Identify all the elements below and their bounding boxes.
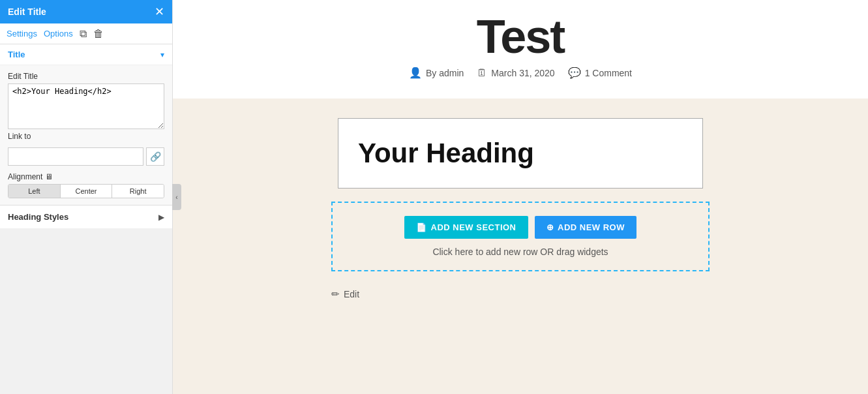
add-buttons-row: 📄 ADD NEW SECTION ⊕ ADD NEW ROW (404, 216, 636, 239)
panel-title: Edit Title (8, 7, 46, 17)
link-icon-button[interactable]: 🔗 (146, 147, 164, 166)
add-row-label: ADD NEW ROW (558, 222, 625, 232)
add-new-row-button[interactable]: ⊕ ADD NEW ROW (535, 216, 637, 239)
link-icon: 🔗 (150, 151, 161, 162)
panel-header: Edit Title ✕ (0, 0, 172, 23)
title-section: Title ▾ Edit Title Link to 🔗 (0, 44, 172, 205)
post-title: Test (477, 13, 565, 60)
heading-styles-arrow: ▶ (158, 213, 164, 222)
link-input[interactable] (8, 147, 143, 166)
heading-styles-section[interactable]: Heading Styles ▶ (0, 205, 172, 228)
add-row-icon: ⊕ (546, 222, 554, 232)
align-right-button[interactable]: Right (112, 185, 164, 198)
comments-text: 1 Comment (585, 68, 632, 78)
edit-btn-row: ✏ Edit (331, 284, 710, 304)
align-center-button[interactable]: Center (61, 185, 113, 198)
copy-icon-button[interactable]: ⧉ (80, 28, 87, 40)
alignment-label: Alignment 🖥 (8, 172, 164, 181)
collapse-arrow-icon: ‹ (175, 194, 177, 201)
post-meta: 👤 By admin 🗓 March 31, 2020 💬 1 Comment (409, 67, 632, 79)
settings-tab[interactable]: Settings (7, 27, 37, 40)
add-section-icon: 📄 (416, 222, 427, 232)
options-tab[interactable]: Options (44, 27, 73, 40)
close-button[interactable]: ✕ (155, 6, 164, 18)
add-new-section-button[interactable]: 📄 ADD NEW SECTION (404, 216, 528, 239)
author-icon: 👤 (409, 67, 422, 79)
edit-label[interactable]: Edit (344, 289, 359, 299)
date-meta: 🗓 March 31, 2020 (477, 67, 554, 79)
panel-tabs: Settings Options ⧉ 🗑 (0, 23, 172, 44)
comment-icon: 💬 (568, 67, 581, 79)
edit-title-label: Edit Title (8, 72, 164, 81)
date-text: March 31, 2020 (491, 68, 554, 78)
left-panel: Edit Title ✕ Settings Options ⧉ 🗑 Title … (0, 0, 173, 394)
add-hint: Click here to add new row OR drag widget… (432, 247, 608, 257)
alignment-text: Alignment (8, 172, 42, 181)
author-meta: 👤 By admin (409, 67, 464, 79)
alignment-row: Alignment 🖥 Left Center Right (8, 172, 164, 198)
link-field-wrapper: Link to 🔗 (8, 132, 164, 166)
alignment-buttons: Left Center Right (8, 184, 164, 198)
post-header-area: Test 👤 By admin 🗓 March 31, 2020 💬 1 Com… (173, 0, 868, 98)
edit-icon: ✏ (331, 288, 340, 300)
main-content: Test 👤 By admin 🗓 March 31, 2020 💬 1 Com… (173, 0, 868, 394)
heading-styles-label: Heading Styles (8, 212, 68, 222)
panel-body: Title ▾ Edit Title Link to 🔗 (0, 44, 172, 394)
heading-widget-text: Your Heading (358, 138, 683, 168)
link-label: Link to (8, 132, 164, 141)
comments-meta: 💬 1 Comment (568, 67, 632, 79)
align-left-button[interactable]: Left (8, 185, 61, 198)
add-section-area: 📄 ADD NEW SECTION ⊕ ADD NEW ROW Click he… (331, 202, 710, 271)
title-section-content: Edit Title Link to 🔗 Alignment 🖥 (0, 65, 172, 205)
title-textarea[interactable] (8, 83, 164, 129)
title-section-arrow: ▾ (160, 50, 164, 59)
collapse-handle[interactable]: ‹ (172, 184, 181, 210)
heading-widget[interactable]: Your Heading (338, 118, 703, 189)
calendar-icon: 🗓 (477, 67, 487, 79)
trash-icon-button[interactable]: 🗑 (93, 28, 104, 40)
monitor-icon: 🖥 (45, 172, 53, 181)
title-section-header[interactable]: Title ▾ (0, 44, 172, 65)
add-section-label: ADD NEW SECTION (431, 222, 516, 232)
title-section-label: Title (8, 50, 25, 59)
content-area: Your Heading 📄 ADD NEW SECTION ⊕ ADD NEW… (173, 98, 868, 324)
link-row: 🔗 (8, 147, 164, 166)
author-text: By admin (426, 68, 464, 78)
